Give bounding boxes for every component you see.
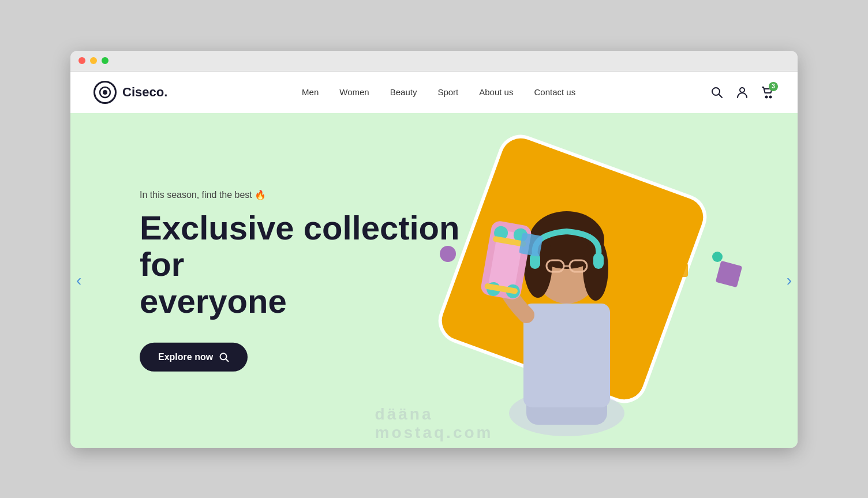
explore-button[interactable]: Explore now [140,343,248,372]
hero-person [451,136,659,436]
decorative-shape [519,233,543,257]
svg-point-6 [770,96,772,98]
search-icon[interactable] [710,85,724,99]
search-icon-btn [219,352,229,362]
next-arrow[interactable]: › [787,271,792,290]
hero-image-area [417,130,751,436]
header-icons: 3 [710,85,775,99]
nav-item-beauty[interactable]: Beauty [390,87,417,97]
header: Ciseco. Men Women Beauty Sport About us … [70,72,798,113]
prev-arrow[interactable]: ‹ [76,271,81,290]
svg-point-5 [766,96,768,98]
svg-point-1 [103,90,107,95]
traffic-light-red[interactable] [78,57,85,64]
explore-button-label: Explore now [158,352,213,362]
browser-window: Ciseco. Men Women Beauty Sport About us … [70,51,798,448]
svg-rect-20 [593,253,604,269]
hero-subtitle: In this season, find the best 🔥 [140,189,463,200]
decorative-shape [674,263,688,277]
hero-title-line2: everyone [140,282,287,320]
logo-name: Ciseco. [122,85,167,100]
svg-rect-11 [523,304,610,407]
nav-item-men[interactable]: Men [302,87,319,97]
svg-point-4 [740,88,744,92]
decorative-shape [712,252,723,262]
logo-icon [93,81,117,104]
cart-icon[interactable]: 3 [761,85,775,99]
cart-count: 3 [769,82,778,91]
hero-title-line1: Exclusive collection for [140,208,459,283]
svg-line-3 [719,94,723,98]
traffic-light-green[interactable] [102,57,108,64]
watermark: däänamostaq.com [375,405,493,442]
nav-item-contact[interactable]: Contact us [534,87,575,97]
traffic-light-yellow[interactable] [90,57,97,64]
hero-section: In this season, find the best 🔥 Exclusiv… [70,113,798,448]
main-nav: Men Women Beauty Sport About us Contact … [302,87,575,97]
nav-item-women[interactable]: Women [339,87,369,97]
nav-item-about[interactable]: About us [479,87,513,97]
hero-title: Exclusive collection for everyone [140,209,463,319]
nav-item-sport[interactable]: Sport [437,87,458,97]
svg-line-8 [226,359,229,361]
hero-content: In this season, find the best 🔥 Exclusiv… [140,189,463,371]
user-icon[interactable] [735,85,749,99]
browser-titlebar [70,51,798,72]
person-svg [469,148,665,436]
logo[interactable]: Ciseco. [93,81,167,104]
